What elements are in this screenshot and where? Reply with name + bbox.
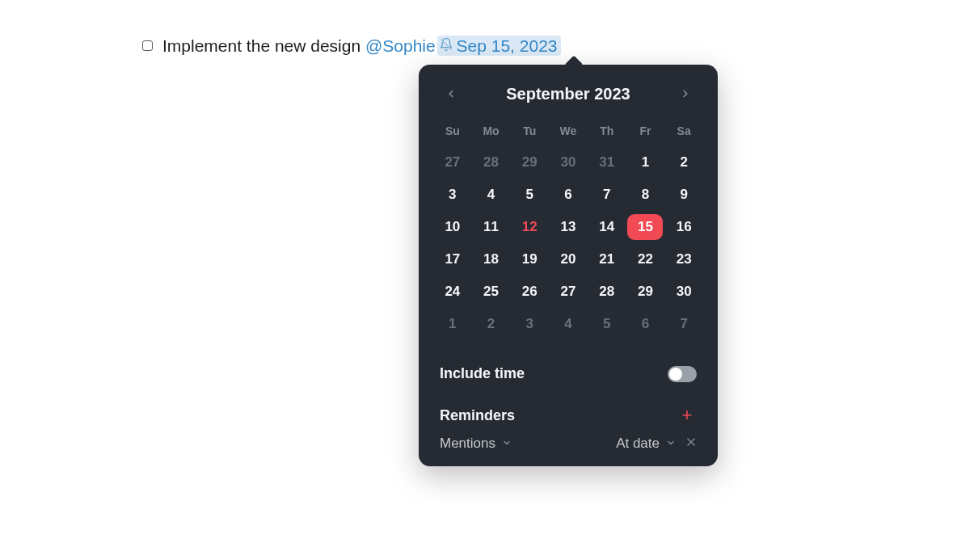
calendar-day[interactable]: 4 <box>550 311 586 337</box>
calendar-day[interactable]: 6 <box>550 182 586 208</box>
calendar-day[interactable]: 10 <box>435 214 470 240</box>
calendar-day[interactable]: 31 <box>589 149 625 175</box>
calendar-day[interactable]: 30 <box>666 279 702 305</box>
calendar-day[interactable]: 30 <box>550 149 586 175</box>
reminder-timing-value: At date <box>616 436 660 452</box>
calendar-day[interactable]: 8 <box>627 182 663 208</box>
calendar-day[interactable]: 19 <box>512 246 547 272</box>
task-date-label: Sep 15, 2023 <box>457 37 558 54</box>
task-text: Implement the new design @Sophie Sep 15,… <box>162 36 561 56</box>
calendar-day[interactable]: 20 <box>550 246 586 272</box>
calendar-day[interactable]: 26 <box>512 279 547 305</box>
calendar-day[interactable]: 16 <box>666 214 702 240</box>
calendar-day[interactable]: 28 <box>589 279 625 305</box>
reminder-row: Mentions At date <box>419 424 718 452</box>
calendar-day[interactable]: 11 <box>474 214 509 240</box>
bell-icon <box>439 37 453 54</box>
task-checkbox[interactable] <box>142 40 153 51</box>
calendar-day[interactable]: 27 <box>435 149 470 175</box>
calendar-day[interactable]: 17 <box>435 246 470 272</box>
calendar-day[interactable]: 7 <box>666 311 702 337</box>
reminders-label: Reminders <box>440 407 515 424</box>
calendar-day[interactable]: 24 <box>435 279 470 305</box>
include-time-toggle[interactable] <box>668 366 697 382</box>
task-mention[interactable]: @Sophie <box>365 36 436 55</box>
chevron-down-icon <box>502 436 512 452</box>
prev-month-button[interactable] <box>440 82 462 105</box>
calendar-day[interactable]: 1 <box>435 311 470 337</box>
calendar-day[interactable]: 5 <box>512 182 547 208</box>
calendar-day[interactable]: 5 <box>589 311 625 337</box>
toggle-knob <box>669 368 682 381</box>
calendar-day[interactable]: 25 <box>474 279 509 305</box>
calendar-day[interactable]: 22 <box>627 246 663 272</box>
calendar-day[interactable]: 1 <box>627 149 663 175</box>
weekday-label: We <box>549 120 588 144</box>
calendar-day[interactable]: 13 <box>550 214 586 240</box>
calendar-day[interactable]: 14 <box>589 214 625 240</box>
calendar-day[interactable]: 28 <box>474 149 509 175</box>
calendar-day[interactable]: 6 <box>627 311 663 337</box>
chevron-down-icon <box>666 436 676 452</box>
reminder-recipients-value: Mentions <box>440 436 495 452</box>
include-time-section: Include time <box>419 349 718 382</box>
calendar-day[interactable]: 29 <box>627 279 663 305</box>
calendar-header: September 2023 <box>419 65 718 113</box>
remove-reminder-button[interactable] <box>685 436 697 452</box>
calendar-grid: SuMoTuWeThFrSa27282930311234567891011121… <box>419 113 718 349</box>
calendar-day[interactable]: 29 <box>512 149 547 175</box>
calendar-day[interactable]: 18 <box>474 246 509 272</box>
calendar-day[interactable]: 23 <box>666 246 702 272</box>
calendar-day[interactable]: 27 <box>550 279 586 305</box>
reminders-section: Reminders + <box>419 382 718 424</box>
calendar-day[interactable]: 21 <box>589 246 625 272</box>
weekday-label: Sa <box>664 120 703 144</box>
date-picker-popover: September 2023 SuMoTuWeThFrSa27282930311… <box>419 65 718 466</box>
calendar-day[interactable]: 2 <box>474 311 509 337</box>
calendar-day[interactable]: 12 <box>512 214 547 240</box>
calendar-day[interactable]: 3 <box>512 311 547 337</box>
calendar-day[interactable]: 15 <box>627 214 663 240</box>
weekday-label: Su <box>433 120 472 144</box>
weekday-label: Tu <box>510 120 549 144</box>
task-title[interactable]: Implement the new design <box>162 36 360 55</box>
calendar-day[interactable]: 2 <box>666 149 702 175</box>
calendar-title: September 2023 <box>506 85 630 103</box>
add-reminder-button[interactable]: + <box>677 406 697 424</box>
weekday-label: Fr <box>626 120 665 144</box>
weekday-label: Th <box>588 120 626 144</box>
calendar-day[interactable]: 4 <box>474 182 509 208</box>
include-time-label: Include time <box>440 365 525 382</box>
reminder-timing-dropdown[interactable]: At date <box>616 436 676 452</box>
next-month-button[interactable] <box>674 82 697 105</box>
calendar-day[interactable]: 7 <box>589 182 625 208</box>
calendar-day[interactable]: 9 <box>666 182 702 208</box>
reminder-recipients-dropdown[interactable]: Mentions <box>440 436 512 452</box>
task-date-chip[interactable]: Sep 15, 2023 <box>437 36 561 56</box>
task-row: Implement the new design @Sophie Sep 15,… <box>142 36 561 56</box>
calendar-day[interactable]: 3 <box>435 182 470 208</box>
weekday-label: Mo <box>472 120 511 144</box>
